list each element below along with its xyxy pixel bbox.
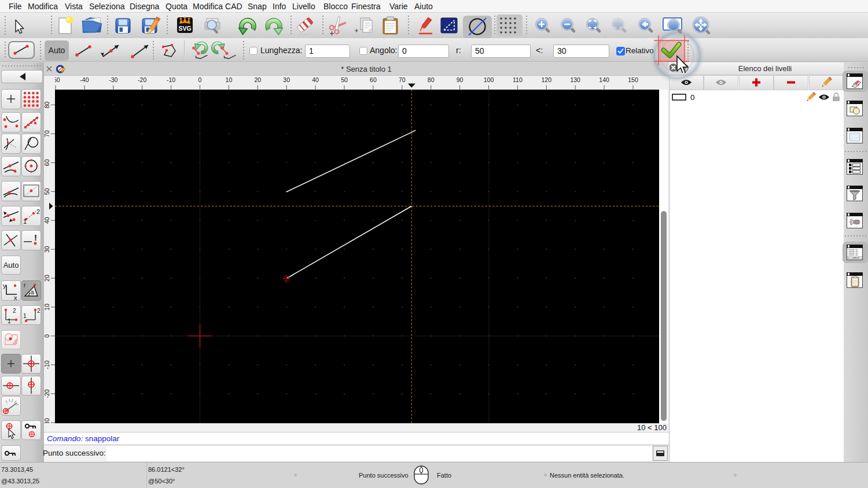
svg-text:y: y — [3, 282, 6, 289]
svg-text:150: 150 — [628, 76, 638, 83]
svg-text:100: 100 — [484, 76, 494, 83]
svg-text:70: 70 — [44, 130, 50, 137]
svg-text:2: 2 — [36, 208, 40, 215]
svg-text:70: 70 — [399, 76, 406, 83]
svg-text:c: command: c: command — [849, 257, 859, 259]
svg-text:2: 2 — [37, 308, 41, 314]
svg-text:x: x — [14, 294, 17, 301]
svg-text:SVG: SVG — [178, 25, 191, 32]
svg-text:-20: -20 — [138, 76, 146, 83]
svg-text:80: 80 — [428, 76, 435, 83]
svg-text:110: 110 — [513, 76, 523, 83]
svg-text:30: 30 — [44, 246, 50, 253]
svg-text:140: 140 — [599, 76, 609, 83]
svg-text:0: 0 — [690, 93, 695, 102]
svg-text:130: 130 — [570, 76, 580, 83]
svg-text:r: r — [24, 282, 26, 289]
svg-text:comandi dis: comandi dis — [848, 254, 859, 256]
svg-text:80: 80 — [44, 101, 50, 108]
svg-text:50: 50 — [341, 76, 348, 83]
svg-text:10: 10 — [44, 304, 50, 310]
svg-text:1: 1 — [23, 218, 27, 225]
svg-text:1: 1 — [8, 318, 11, 324]
svg-text:20: 20 — [44, 275, 50, 282]
svg-text:1: 1 — [23, 313, 27, 319]
svg-text:10: 10 — [226, 76, 233, 83]
svg-text:-30: -30 — [109, 76, 117, 83]
svg-text:60: 60 — [370, 76, 377, 83]
svg-text:-40: -40 — [80, 76, 89, 83]
svg-text:60: 60 — [44, 159, 50, 166]
svg-text:30: 30 — [283, 76, 290, 83]
svg-text:0: 0 — [198, 76, 202, 83]
svg-text:-10: -10 — [167, 76, 175, 83]
svg-text:40: 40 — [312, 76, 319, 83]
svg-text:90: 90 — [457, 76, 464, 83]
svg-text:!: ! — [34, 232, 37, 242]
svg-text:20: 20 — [254, 76, 261, 83]
svg-text:-10: -10 — [44, 360, 50, 369]
svg-text:2: 2 — [13, 308, 16, 314]
svg-text:a: a — [31, 289, 34, 295]
svg-text:-50: -50 — [55, 76, 60, 83]
svg-text:120: 120 — [542, 76, 552, 83]
svg-text:40: 40 — [44, 217, 50, 224]
svg-text:-20: -20 — [44, 389, 50, 398]
svg-text:0: 0 — [44, 334, 50, 338]
svg-text:50: 50 — [44, 188, 50, 195]
